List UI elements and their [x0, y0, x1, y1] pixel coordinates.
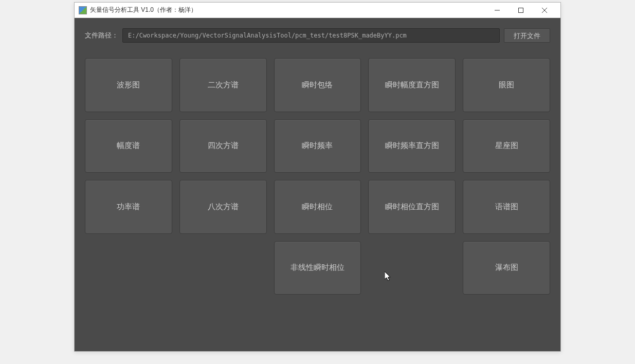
file-path-row: 文件路径： 打开文件 [85, 28, 550, 43]
instant-amplitude-histogram-button[interactable]: 瞬时幅度直方图 [368, 58, 456, 112]
instant-frequency-histogram-button[interactable]: 瞬时频率直方图 [368, 119, 456, 173]
waterfall-button[interactable]: 瀑布图 [463, 241, 550, 295]
amplitude-spectrum-button[interactable]: 幅度谱 [85, 119, 172, 173]
constellation-button[interactable]: 星座图 [463, 119, 550, 173]
maximize-button[interactable] [509, 3, 533, 17]
titlebar: 矢量信号分析工具 V1.0（作者：杨洋） [75, 3, 560, 18]
spectrogram-button[interactable]: 语谱图 [463, 180, 550, 234]
file-path-input[interactable] [122, 28, 500, 43]
open-file-button[interactable]: 打开文件 [504, 28, 550, 43]
eighth-power-spectrum-button[interactable]: 八次方谱 [179, 180, 267, 234]
content-area: 文件路径： 打开文件 波形图 二次方谱 瞬时包络 瞬时幅度直方图 眼图 幅度谱 … [75, 18, 560, 351]
instant-phase-histogram-button[interactable]: 瞬时相位直方图 [368, 180, 456, 234]
power-spectrum-button[interactable]: 功率谱 [85, 180, 172, 234]
instant-envelope-button[interactable]: 瞬时包络 [274, 58, 361, 112]
fourth-power-spectrum-button[interactable]: 四次方谱 [179, 119, 267, 173]
close-button[interactable] [533, 3, 556, 17]
app-window: 矢量信号分析工具 V1.0（作者：杨洋） 文件路径： 打开文件 波形图 二次方谱… [74, 2, 561, 352]
minimize-button[interactable] [485, 3, 509, 17]
window-title: 矢量信号分析工具 V1.0（作者：杨洋） [90, 6, 485, 14]
svg-rect-1 [519, 8, 523, 12]
second-power-spectrum-button[interactable]: 二次方谱 [179, 58, 267, 112]
waveform-button[interactable]: 波形图 [85, 58, 172, 112]
instant-phase-button[interactable]: 瞬时相位 [274, 180, 361, 234]
eye-diagram-button[interactable]: 眼图 [463, 58, 550, 112]
file-path-label: 文件路径： [85, 31, 118, 40]
analysis-button-grid: 波形图 二次方谱 瞬时包络 瞬时幅度直方图 眼图 幅度谱 四次方谱 瞬时频率 瞬… [85, 58, 550, 295]
nonlinear-instant-phase-button[interactable]: 非线性瞬时相位 [274, 241, 361, 295]
app-icon [79, 6, 87, 14]
instant-frequency-button[interactable]: 瞬时频率 [274, 119, 361, 173]
window-controls [485, 3, 556, 17]
